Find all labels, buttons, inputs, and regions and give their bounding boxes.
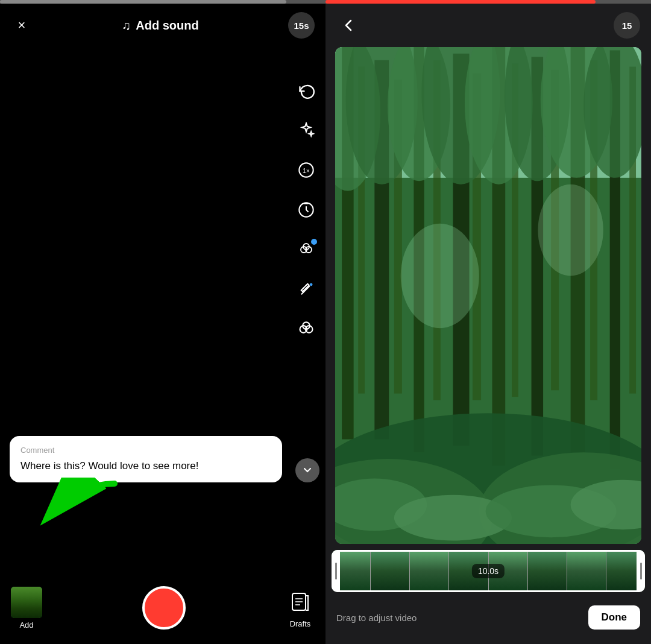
bottom-bar: Add Drafts: [0, 579, 326, 644]
svg-rect-16: [11, 587, 42, 599]
left-header: × ♫ Add sound 15s: [0, 4, 326, 47]
speed-button[interactable]: 1×: [293, 157, 319, 183]
right-panel: 15: [326, 0, 651, 644]
header-title: Add sound: [136, 19, 198, 33]
drafts-label: Drafts: [290, 619, 311, 628]
right-header: 15: [326, 4, 651, 47]
magic-button[interactable]: [293, 276, 319, 303]
timeline-frame: [489, 550, 528, 592]
effects-button[interactable]: [293, 117, 319, 144]
add-label: Add: [19, 620, 33, 630]
comment-bubble: Comment Where is this? Would love to see…: [10, 436, 282, 482]
handle-bar-left: [335, 563, 337, 579]
svg-point-60: [538, 185, 603, 276]
timeline-strip[interactable]: 10.0s: [332, 550, 645, 592]
beauty-dot: [311, 239, 317, 245]
timeline-frame: [449, 550, 488, 592]
chevron-down-button[interactable]: [295, 458, 319, 482]
filter-button[interactable]: [293, 316, 319, 343]
thumbnail-forest: [11, 587, 42, 618]
forest-image: [335, 47, 641, 544]
svg-rect-19: [33, 589, 36, 608]
undo-button[interactable]: [293, 77, 319, 104]
add-thumbnail-button[interactable]: Add: [11, 587, 42, 630]
svg-point-59: [401, 224, 479, 328]
green-arrow: [30, 478, 127, 526]
timeline-handle-right[interactable]: [637, 550, 645, 592]
timeline-frame: [371, 550, 410, 592]
handle-bar-right: [640, 563, 642, 579]
svg-rect-18: [24, 587, 28, 611]
record-button[interactable]: [142, 586, 186, 630]
timeline-frame: [567, 550, 606, 592]
duration-badge: 15s: [288, 12, 315, 39]
right-bottom-bar: Drag to adjust video Done: [326, 598, 651, 644]
drag-hint: Drag to adjust video: [336, 613, 417, 623]
right-duration-badge: 15: [614, 12, 640, 39]
thumbnail-image: [11, 587, 42, 618]
right-toolbar: 1×: [293, 77, 319, 343]
header-center: ♫ Add sound: [122, 19, 198, 33]
back-button[interactable]: [336, 13, 360, 37]
timeline-frames: [332, 550, 645, 592]
svg-rect-15: [11, 587, 42, 618]
svg-rect-17: [16, 590, 19, 611]
music-icon: ♫: [122, 19, 131, 33]
done-button[interactable]: Done: [588, 605, 641, 630]
left-progress-bar: [0, 0, 326, 4]
forest-svg: [335, 47, 641, 544]
video-area: 1×: [0, 47, 326, 579]
drafts-button[interactable]: Drafts: [286, 588, 315, 628]
timeline-frame: [528, 550, 567, 592]
svg-line-4: [306, 210, 309, 212]
drafts-icon: [286, 588, 315, 617]
right-progress-bar: [326, 0, 651, 4]
timeline-handle-left[interactable]: [332, 550, 340, 592]
close-button[interactable]: ×: [11, 14, 33, 36]
timer-button[interactable]: [293, 197, 319, 223]
comment-text: Where is this? Would love to see more!: [20, 459, 271, 473]
beauty-button[interactable]: [293, 236, 319, 263]
comment-label: Comment: [20, 446, 271, 455]
svg-point-10: [310, 283, 313, 286]
svg-rect-20: [11, 608, 42, 618]
left-panel: × ♫ Add sound 15s: [0, 0, 326, 644]
right-progress-fill: [326, 0, 596, 4]
svg-text:1×: 1×: [303, 167, 310, 174]
timeline-frame: [410, 550, 449, 592]
svg-line-9: [301, 286, 310, 294]
left-progress-fill: [0, 0, 286, 4]
